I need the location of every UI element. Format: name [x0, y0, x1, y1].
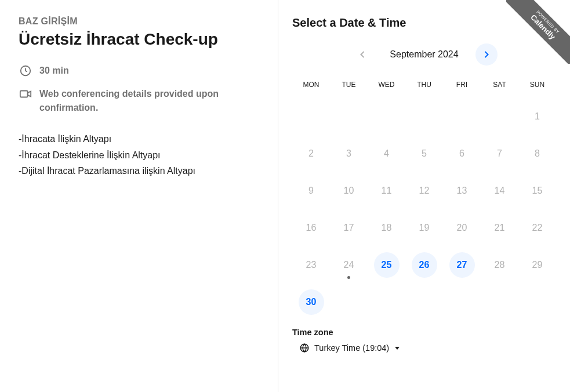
- calendar-day-cell: 21: [481, 209, 518, 246]
- calendar-day-cell: 13: [443, 172, 481, 209]
- svg-rect-1: [20, 91, 28, 97]
- prev-month-button[interactable]: [351, 43, 373, 66]
- calendar-panel: Select a Date & Time September 2024 MONT…: [278, 0, 570, 392]
- calendar-day-cell: 24: [330, 246, 368, 284]
- calendar-day-cell: 27: [443, 246, 481, 284]
- calendar-day-cell: 30: [292, 284, 330, 321]
- calendar-day-cell: 17: [330, 209, 368, 246]
- calendar-day-cell: 3: [330, 135, 368, 172]
- calendar-day-cell: 26: [405, 246, 443, 284]
- month-navigation: September 2024: [292, 43, 556, 66]
- month-label: September 2024: [378, 49, 471, 60]
- calendar-day-unavailable: 7: [487, 141, 513, 166]
- calendar-day-cell: 12: [405, 172, 443, 209]
- event-description: -İhracata İlişkin Altyapı -İhracat Deste…: [19, 131, 259, 179]
- calendar-day-cell: 6: [443, 135, 481, 172]
- clock-icon: [19, 64, 32, 78]
- calendar-day-cell: 4: [368, 135, 405, 172]
- calendar-day-unavailable: 10: [336, 178, 362, 204]
- calendar-day-cell: 10: [330, 172, 368, 209]
- calendar-day-cell: 19: [405, 209, 443, 246]
- calendar-day-cell: 8: [518, 135, 556, 172]
- calendar-day-unavailable: 8: [525, 141, 550, 166]
- calendar-day-cell: [330, 98, 368, 135]
- calendar-day-unavailable: 19: [412, 215, 437, 241]
- calendar-day-unavailable: 17: [336, 215, 362, 241]
- description-line: -İhracat Desteklerine İlişkin Altyapı: [19, 147, 259, 163]
- conference-row: Web conferencing details provided upon c…: [19, 87, 259, 115]
- calendar-day-cell: [368, 98, 405, 135]
- chevron-down-icon: [395, 347, 400, 350]
- calendar-day-cell: 11: [368, 172, 405, 209]
- timezone-value: Turkey Time (19:04): [314, 343, 389, 353]
- weekday-header: WED: [368, 77, 405, 92]
- calendar-day-available[interactable]: 30: [299, 289, 324, 315]
- weekday-header: SAT: [481, 77, 518, 92]
- calendar-day-unavailable: 1: [525, 104, 550, 129]
- chevron-right-icon: [481, 49, 492, 60]
- calendar-day-unavailable: 15: [525, 178, 550, 204]
- weekday-header: TUE: [330, 77, 368, 92]
- calendar-grid: 1234567891011121314151617181920212223242…: [292, 98, 556, 321]
- weekday-header-row: MONTUEWEDTHUFRISATSUN: [292, 77, 556, 92]
- calendar-day-cell: 1: [518, 98, 556, 135]
- description-line: -Dijital İhracat Pazarlamasına ilişkin A…: [19, 163, 259, 179]
- calendar-day-unavailable: 3: [336, 141, 362, 166]
- calendar-day-unavailable: 28: [487, 252, 513, 278]
- calendar-day-cell: 5: [405, 135, 443, 172]
- calendar-day-cell: [292, 98, 330, 135]
- calendar-day-unavailable: 20: [449, 215, 475, 241]
- calendar-day-unavailable: 16: [299, 215, 324, 241]
- select-date-heading: Select a Date & Time: [292, 16, 556, 30]
- calendar-day-unavailable: 9: [299, 178, 324, 204]
- duration-row: 30 min: [19, 64, 259, 78]
- globe-icon: [299, 343, 310, 353]
- calendar-day-unavailable: 5: [412, 141, 437, 166]
- calendar-day-cell: 18: [368, 209, 405, 246]
- weekday-header: FRI: [443, 77, 481, 92]
- calendar-day-cell: 9: [292, 172, 330, 209]
- calendar-day-unavailable: 23: [299, 252, 324, 278]
- calendar-day-unavailable: 4: [374, 141, 400, 166]
- weekday-header: THU: [405, 77, 443, 92]
- calendar-day-cell: [443, 98, 481, 135]
- calendar-day-cell: 16: [292, 209, 330, 246]
- video-icon: [19, 87, 32, 101]
- calendar-day-cell: 28: [481, 246, 518, 284]
- calendar-day-unavailable: 21: [487, 215, 513, 241]
- calendar-day-available[interactable]: 26: [412, 252, 437, 278]
- event-title: Ücretsiz İhracat Check-up: [19, 29, 259, 50]
- calendar-day-cell: [481, 98, 518, 135]
- calendar-day-cell: 29: [518, 246, 556, 284]
- calendar-day-unavailable: 13: [449, 178, 475, 204]
- calendar-day-cell: 25: [368, 246, 405, 284]
- next-month-button[interactable]: [475, 43, 498, 66]
- today-indicator-dot: [347, 276, 350, 279]
- organizer-name: BAZ GİRİŞİM: [19, 16, 259, 27]
- calendar-day-unavailable: 18: [374, 215, 400, 241]
- calendar-day-cell: 2: [292, 135, 330, 172]
- calendar-day-cell: 22: [518, 209, 556, 246]
- calendar-day-unavailable: 24: [336, 252, 362, 278]
- timezone-selector[interactable]: Turkey Time (19:04): [292, 343, 400, 353]
- calendar-day-cell: 23: [292, 246, 330, 284]
- conference-text: Web conferencing details provided upon c…: [39, 87, 259, 115]
- calendar-day-unavailable: 29: [525, 252, 550, 278]
- timezone-label: Time zone: [292, 328, 556, 337]
- calendar-day-cell: [405, 98, 443, 135]
- calendar-day-unavailable: 12: [412, 178, 437, 204]
- calendar-day-cell: 20: [443, 209, 481, 246]
- event-details-panel: BAZ GİRİŞİM Ücretsiz İhracat Check-up 30…: [0, 0, 278, 392]
- calendar-day-unavailable: 22: [525, 215, 550, 241]
- calendar-day-unavailable: 14: [487, 178, 513, 204]
- weekday-header: MON: [292, 77, 330, 92]
- calendar-day-available[interactable]: 25: [374, 252, 400, 278]
- calendar-day-unavailable: 11: [374, 178, 400, 204]
- calendar-day-cell: 14: [481, 172, 518, 209]
- calendar-day-cell: 15: [518, 172, 556, 209]
- calendar-day-cell: 7: [481, 135, 518, 172]
- calendar-day-available[interactable]: 27: [449, 252, 475, 278]
- calendar-day-unavailable: 6: [449, 141, 475, 166]
- chevron-left-icon: [357, 49, 368, 60]
- calendar-day-unavailable: 2: [299, 141, 324, 166]
